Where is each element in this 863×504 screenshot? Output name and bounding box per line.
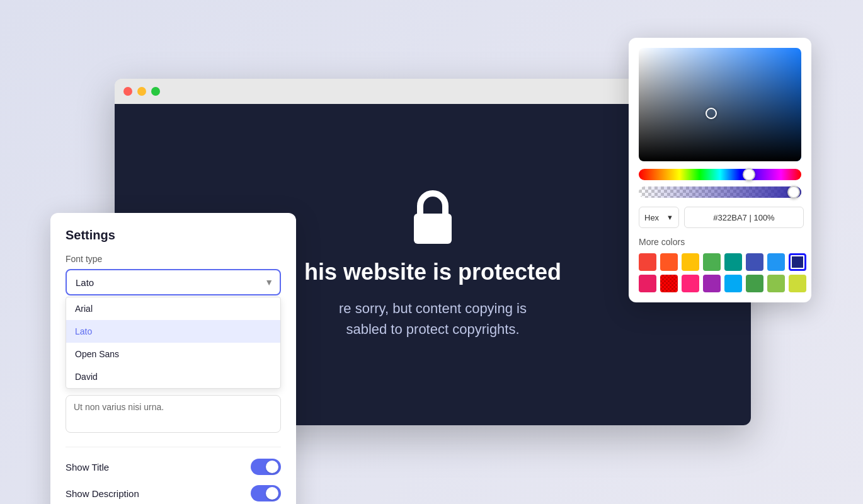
show-description-toggle[interactable] bbox=[251, 485, 281, 501]
hex-format-label: Hex bbox=[644, 213, 659, 222]
swatch-red2[interactable] bbox=[660, 275, 678, 292]
gradient-bg bbox=[639, 48, 801, 161]
show-title-toggle[interactable] bbox=[251, 459, 281, 475]
show-description-label: Show Description bbox=[66, 488, 139, 499]
lock-icon bbox=[404, 190, 461, 246]
swatch-amber[interactable] bbox=[682, 253, 699, 271]
settings-panel: Settings Font type Lato ▼ Arial Lato Ope… bbox=[50, 213, 296, 504]
font-option-arial[interactable]: Arial bbox=[66, 297, 280, 320]
font-option-opensans[interactable]: Open Sans bbox=[66, 343, 280, 365]
alpha-overlay bbox=[639, 186, 801, 198]
alpha-slider[interactable] bbox=[639, 186, 801, 198]
swatch-blue[interactable] bbox=[767, 253, 785, 271]
swatch-orange[interactable] bbox=[660, 253, 678, 271]
protected-desc: re sorry, but content copying issabled t… bbox=[339, 298, 527, 340]
alpha-thumb[interactable] bbox=[787, 186, 800, 198]
hue-slider[interactable] bbox=[639, 169, 801, 180]
swatches-grid bbox=[639, 253, 801, 292]
divider bbox=[66, 447, 281, 447]
font-dropdown-list: Arial Lato Open Sans David bbox=[66, 297, 281, 389]
swatch-indigo[interactable] bbox=[746, 253, 763, 271]
hex-format-select[interactable]: Hex ▼ bbox=[639, 207, 679, 228]
swatch-green2[interactable] bbox=[746, 275, 763, 292]
hue-thumb[interactable] bbox=[743, 168, 755, 181]
swatch-lightblue[interactable] bbox=[724, 275, 742, 292]
text-area[interactable]: Ut non varius nisi urna. bbox=[66, 395, 281, 433]
hex-row: Hex ▼ bbox=[639, 207, 801, 228]
swatch-green[interactable] bbox=[703, 253, 721, 271]
close-dot[interactable] bbox=[123, 87, 132, 96]
swatch-red[interactable] bbox=[639, 253, 656, 271]
settings-title: Settings bbox=[66, 228, 281, 243]
hex-value-input[interactable] bbox=[684, 207, 804, 228]
font-select-wrapper: Lato ▼ bbox=[66, 269, 281, 295]
color-gradient-area[interactable] bbox=[639, 48, 801, 161]
swatch-yellow-green[interactable] bbox=[789, 275, 806, 292]
minimize-dot[interactable] bbox=[137, 87, 146, 96]
show-title-label: Show Title bbox=[66, 462, 109, 472]
font-option-lato[interactable]: Lato bbox=[66, 320, 280, 343]
show-title-row: Show Title bbox=[66, 459, 281, 475]
maximize-dot[interactable] bbox=[151, 87, 160, 96]
swatch-pink[interactable] bbox=[639, 275, 656, 292]
more-colors-label: More colors bbox=[639, 237, 801, 247]
font-select[interactable]: Lato bbox=[66, 269, 281, 295]
swatch-teal[interactable] bbox=[724, 253, 742, 271]
svg-rect-0 bbox=[414, 214, 452, 244]
swatch-lime[interactable] bbox=[767, 275, 785, 292]
protected-title: his website is protected bbox=[304, 259, 561, 285]
swatch-darkblue[interactable] bbox=[789, 253, 806, 271]
show-description-row: Show Description bbox=[66, 485, 281, 501]
swatch-magenta[interactable] bbox=[682, 275, 699, 292]
color-cursor[interactable] bbox=[706, 108, 717, 119]
font-type-label: Font type bbox=[66, 254, 281, 264]
color-picker-panel: Hex ▼ More colors bbox=[629, 38, 811, 302]
font-option-david[interactable]: David bbox=[66, 365, 280, 388]
swatch-purple[interactable] bbox=[703, 275, 721, 292]
chevron-down-icon-small: ▼ bbox=[666, 214, 673, 221]
